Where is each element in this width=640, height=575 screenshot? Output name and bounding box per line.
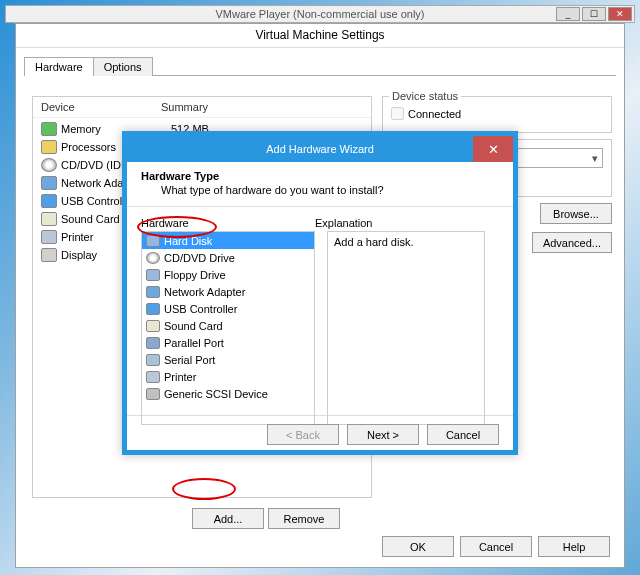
hardware-item[interactable]: CD/DVD Drive: [142, 249, 314, 266]
hardware-item[interactable]: Parallel Port: [142, 334, 314, 351]
hardware-column: Hardware Hard DiskCD/DVD DriveFloppy Dri…: [141, 217, 315, 411]
wizard-head-sub: What type of hardware do you want to ins…: [141, 184, 499, 196]
dialog-buttons: OK Cancel Help: [382, 536, 610, 557]
parent-window-buttons: _ ☐ ✕: [556, 7, 632, 21]
hardware-item-label: Printer: [164, 371, 196, 383]
tabs: Hardware Options: [24, 56, 616, 76]
tab-options[interactable]: Options: [93, 57, 153, 76]
flp-icon: [146, 269, 160, 281]
wizard-body: Hardware Hard DiskCD/DVD DriveFloppy Dri…: [127, 207, 513, 415]
ok-button[interactable]: OK: [382, 536, 454, 557]
hardware-item-label: USB Controller: [164, 303, 237, 315]
explanation-label: Explanation: [315, 217, 485, 229]
disp-icon: [41, 248, 57, 262]
parent-window: VMware Player (Non-commercial use only) …: [5, 5, 635, 23]
hardware-label: Hardware: [141, 217, 315, 229]
hdd-icon: [146, 235, 160, 247]
add-hardware-wizard: Add Hardware Wizard ✕ Hardware Type What…: [122, 131, 518, 455]
wizard-cancel-button[interactable]: Cancel: [427, 424, 499, 445]
explanation-box: Add a hard disk.: [327, 231, 485, 425]
maximize-icon[interactable]: ☐: [582, 7, 606, 21]
explanation-text: Add a hard disk.: [334, 236, 414, 248]
hardware-item[interactable]: Printer: [142, 368, 314, 385]
usb-icon: [41, 194, 57, 208]
hardware-item[interactable]: USB Controller: [142, 300, 314, 317]
par-icon: [146, 337, 160, 349]
snd-icon: [41, 212, 57, 226]
connected-label: Connected: [408, 108, 461, 120]
hardware-item[interactable]: Network Adapter: [142, 283, 314, 300]
remove-button[interactable]: Remove: [268, 508, 340, 529]
device-status-group: Device status Connected: [382, 96, 612, 133]
hardware-item-label: CD/DVD Drive: [164, 252, 235, 264]
hardware-list[interactable]: Hard DiskCD/DVD DriveFloppy DriveNetwork…: [141, 231, 315, 425]
net-icon: [146, 286, 160, 298]
hardware-item[interactable]: Generic SCSI Device: [142, 385, 314, 402]
mem-icon: [41, 122, 57, 136]
explanation-column: Explanation Add a hard disk.: [315, 217, 485, 411]
hardware-item-label: Sound Card: [164, 320, 223, 332]
hardware-item[interactable]: Hard Disk: [142, 232, 314, 249]
dialog-title: Virtual Machine Settings: [16, 24, 624, 48]
next-button[interactable]: Next >: [347, 424, 419, 445]
advanced-button[interactable]: Advanced...: [532, 232, 612, 253]
hardware-item[interactable]: Sound Card: [142, 317, 314, 334]
device-panel-header: Device Summary: [33, 97, 371, 118]
hardware-item-label: Network Adapter: [164, 286, 245, 298]
back-button[interactable]: < Back: [267, 424, 339, 445]
hardware-item-label: Parallel Port: [164, 337, 224, 349]
ser-icon: [146, 354, 160, 366]
hardware-item-label: Serial Port: [164, 354, 215, 366]
net-icon: [41, 176, 57, 190]
parent-window-title: VMware Player (Non-commercial use only): [6, 6, 634, 20]
cancel-button[interactable]: Cancel: [460, 536, 532, 557]
wizard-titlebar: Add Hardware Wizard ✕: [127, 136, 513, 162]
add-remove-row: Add... Remove: [192, 508, 340, 529]
scsi-icon: [146, 388, 160, 400]
usb-icon: [146, 303, 160, 315]
connected-checkbox[interactable]: [391, 107, 404, 120]
hardware-item[interactable]: Floppy Drive: [142, 266, 314, 283]
device-status-label: Device status: [389, 90, 461, 102]
cpu-icon: [41, 140, 57, 154]
hardware-item-label: Floppy Drive: [164, 269, 226, 281]
hardware-item[interactable]: Serial Port: [142, 351, 314, 368]
wizard-title: Add Hardware Wizard: [127, 143, 513, 155]
connected-checkbox-row: Connected: [391, 107, 603, 120]
help-button[interactable]: Help: [538, 536, 610, 557]
cd-icon: [41, 158, 57, 172]
close-icon[interactable]: ✕: [608, 7, 632, 21]
col-summary: Summary: [161, 101, 208, 113]
wizard-header: Hardware Type What type of hardware do y…: [127, 162, 513, 207]
hardware-item-label: Generic SCSI Device: [164, 388, 268, 400]
minimize-icon[interactable]: _: [556, 7, 580, 21]
hardware-item-label: Hard Disk: [164, 235, 212, 247]
wizard-close-icon[interactable]: ✕: [473, 136, 513, 162]
snd-icon: [146, 320, 160, 332]
prn-icon: [41, 230, 57, 244]
prn-icon: [146, 371, 160, 383]
browse-button[interactable]: Browse...: [540, 203, 612, 224]
cd-icon: [146, 252, 160, 264]
add-button[interactable]: Add...: [192, 508, 264, 529]
tab-hardware[interactable]: Hardware: [24, 57, 94, 76]
wizard-head-title: Hardware Type: [141, 170, 499, 182]
col-device: Device: [41, 101, 161, 113]
